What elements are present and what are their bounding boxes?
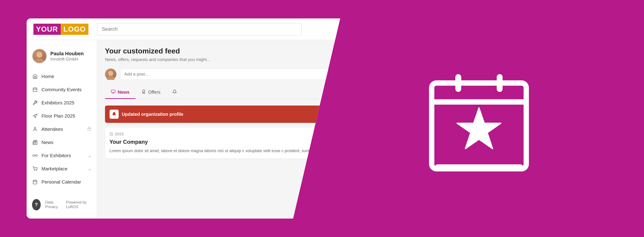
post-card-body: 2019 Your Company Lorem ipsum dolor sit … xyxy=(105,127,332,158)
svg-point-21 xyxy=(142,90,145,92)
svg-rect-8 xyxy=(88,128,91,130)
sidebar-item-for-exhibitors[interactable]: For Exhibitors ⌄ xyxy=(26,149,97,162)
footer-links: Data Privacy Powered by LoftOS xyxy=(45,200,92,209)
user-company: Innoloft GmbH xyxy=(50,57,84,62)
tab-offers[interactable]: Offers xyxy=(136,86,166,99)
svg-rect-25 xyxy=(455,74,461,92)
sidebar-item-label-exhibitors-2025: Exhibitors 2025 xyxy=(42,100,92,106)
user-info: Paula Houben Innoloft GmbH xyxy=(26,45,97,70)
sidebar-item-label-home: Home xyxy=(42,74,92,79)
feed-title: Your customized feed xyxy=(105,47,332,55)
sidebar-item-label-floor-plan-2025: Floor Plan 2025 xyxy=(42,113,92,119)
top-bar: YOUR LOGO xyxy=(26,19,340,40)
svg-point-7 xyxy=(34,127,36,129)
svg-rect-12 xyxy=(33,180,37,184)
tab-offers-icon xyxy=(142,89,146,95)
sidebar-item-community-events[interactable]: Community Events xyxy=(26,83,97,96)
svg-point-17 xyxy=(107,76,114,80)
marketplace-icon xyxy=(32,166,38,172)
post-input[interactable] xyxy=(120,69,332,80)
main-container: YOUR LOGO xyxy=(26,16,618,221)
sidebar-item-label-personal-calendar: Personal Calendar xyxy=(42,179,92,185)
svg-rect-26 xyxy=(497,74,502,92)
for-exhibitors-chevron-icon: ⌄ xyxy=(88,153,92,158)
user-details: Paula Houben Innoloft GmbH xyxy=(50,51,84,62)
post-input-row xyxy=(105,69,332,80)
tab-third-icon xyxy=(172,89,177,95)
tab-news-icon xyxy=(111,89,116,95)
notification-card: Updated organization profile xyxy=(105,106,332,123)
svg-point-16 xyxy=(108,71,113,76)
post-year: 2019 xyxy=(110,132,328,136)
avatar-inner xyxy=(32,49,46,63)
sidebar-item-attendees[interactable]: Attendees xyxy=(26,123,97,136)
avatar xyxy=(32,49,47,64)
svg-point-0 xyxy=(36,52,42,58)
tab-third[interactable] xyxy=(166,86,183,99)
icon-panel xyxy=(340,59,618,178)
post-company: Your Company xyxy=(110,139,328,145)
sidebar-item-label-attendees: Attendees xyxy=(42,126,84,132)
exhibitors-icon xyxy=(32,100,38,106)
logo-logo: LOGO xyxy=(61,24,88,35)
sidebar-item-label-for-exhibitors: For Exhibitors xyxy=(42,153,84,158)
small-avatar xyxy=(105,69,116,80)
sidebar-item-personal-calendar[interactable]: Personal Calendar xyxy=(26,175,97,188)
search-input[interactable] xyxy=(97,23,302,36)
svg-point-11 xyxy=(36,170,37,171)
sidebar-item-label-news: News xyxy=(42,140,92,145)
tab-offers-label: Offers xyxy=(148,90,160,95)
search-bar[interactable] xyxy=(97,23,302,36)
svg-marker-6 xyxy=(33,114,37,118)
sidebar-item-news[interactable]: News xyxy=(26,136,97,149)
user-name: Paula Houben xyxy=(50,51,84,57)
svg-point-9 xyxy=(34,155,36,156)
feed-tabs: News Offers xyxy=(105,86,332,99)
svg-rect-2 xyxy=(33,88,37,92)
svg-marker-27 xyxy=(457,108,500,148)
content-area: Paula Houben Innoloft GmbH Home xyxy=(26,40,340,218)
tab-news[interactable]: News xyxy=(105,86,136,99)
sidebar-item-home[interactable]: Home xyxy=(26,70,97,83)
calendar-icon-wrapper xyxy=(420,59,538,178)
post-year-value: 2019 xyxy=(115,132,124,136)
svg-point-1 xyxy=(34,59,44,64)
data-privacy-link[interactable]: Data Privacy xyxy=(45,200,62,209)
community-events-icon xyxy=(32,87,38,93)
calendar-star-icon xyxy=(420,59,538,178)
app-panel: YOUR LOGO xyxy=(26,19,340,218)
feed-area: Your customized feed News, offers, reque… xyxy=(97,40,340,218)
feed-subtitle: News, offers, requests and companies tha… xyxy=(105,57,332,62)
nav-items: Home Community Events xyxy=(26,70,97,195)
floor-plan-icon xyxy=(32,113,38,119)
notification-card-header: Updated organization profile xyxy=(105,106,332,123)
sidebar-item-label-community-events: Community Events xyxy=(42,87,92,92)
marketplace-chevron-icon: ⌄ xyxy=(88,166,92,171)
sidebar-item-exhibitors-2025[interactable]: Exhibitors 2025 xyxy=(26,96,97,109)
for-exhibitors-icon xyxy=(32,153,38,158)
home-icon xyxy=(32,74,38,79)
post-card: 2019 Your Company Lorem ipsum dolor sit … xyxy=(105,127,332,158)
notification-title: Updated organization profile xyxy=(122,112,184,117)
personal-calendar-icon xyxy=(32,179,38,185)
tab-news-label: News xyxy=(118,90,130,95)
news-icon xyxy=(32,139,38,145)
attendees-icon xyxy=(32,126,38,132)
sidebar-item-label-marketplace: Marketplace xyxy=(42,166,84,171)
sidebar: Paula Houben Innoloft GmbH Home xyxy=(26,40,97,218)
svg-rect-18 xyxy=(111,90,115,93)
powered-by-label: Powered by LoftOS xyxy=(66,200,91,209)
logo-area: YOUR LOGO xyxy=(34,24,92,35)
logo-your: YOUR xyxy=(34,24,61,35)
sidebar-item-marketplace[interactable]: Marketplace ⌄ xyxy=(26,162,97,175)
svg-point-10 xyxy=(34,170,34,171)
sidebar-footer: ? Data Privacy Powered by LoftOS xyxy=(26,195,97,214)
post-text: Lorem ipsum dolor sit amet, labore et do… xyxy=(110,148,328,154)
lock-icon xyxy=(87,127,92,132)
notification-icon xyxy=(110,110,119,119)
sidebar-item-floor-plan-2025[interactable]: Floor Plan 2025 xyxy=(26,109,97,123)
help-button[interactable]: ? xyxy=(32,199,41,210)
